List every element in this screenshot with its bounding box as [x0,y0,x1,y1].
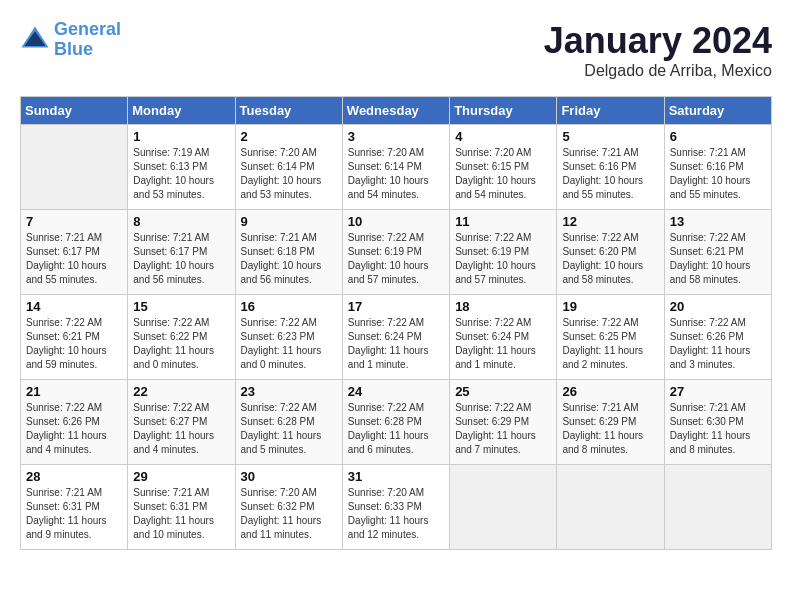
day-number: 5 [562,129,658,144]
logo-line1: General [54,19,121,39]
calendar-cell: 16Sunrise: 7:22 AM Sunset: 6:23 PM Dayli… [235,295,342,380]
calendar-cell: 15Sunrise: 7:22 AM Sunset: 6:22 PM Dayli… [128,295,235,380]
calendar-cell: 4Sunrise: 7:20 AM Sunset: 6:15 PM Daylig… [450,125,557,210]
logo-text: General Blue [54,20,121,60]
day-info: Sunrise: 7:20 AM Sunset: 6:15 PM Dayligh… [455,146,551,202]
calendar-cell: 13Sunrise: 7:22 AM Sunset: 6:21 PM Dayli… [664,210,771,295]
week-row-4: 21Sunrise: 7:22 AM Sunset: 6:26 PM Dayli… [21,380,772,465]
day-number: 4 [455,129,551,144]
title-section: January 2024 Delgado de Arriba, Mexico [544,20,772,80]
calendar-cell: 7Sunrise: 7:21 AM Sunset: 6:17 PM Daylig… [21,210,128,295]
calendar-cell: 2Sunrise: 7:20 AM Sunset: 6:14 PM Daylig… [235,125,342,210]
calendar-header-friday: Friday [557,97,664,125]
calendar-header-tuesday: Tuesday [235,97,342,125]
week-row-1: 1Sunrise: 7:19 AM Sunset: 6:13 PM Daylig… [21,125,772,210]
day-number: 2 [241,129,337,144]
calendar-header-thursday: Thursday [450,97,557,125]
day-info: Sunrise: 7:21 AM Sunset: 6:17 PM Dayligh… [26,231,122,287]
calendar-cell: 3Sunrise: 7:20 AM Sunset: 6:14 PM Daylig… [342,125,449,210]
calendar-cell [664,465,771,550]
day-info: Sunrise: 7:20 AM Sunset: 6:33 PM Dayligh… [348,486,444,542]
calendar-cell: 8Sunrise: 7:21 AM Sunset: 6:17 PM Daylig… [128,210,235,295]
calendar-cell: 10Sunrise: 7:22 AM Sunset: 6:19 PM Dayli… [342,210,449,295]
calendar-cell: 11Sunrise: 7:22 AM Sunset: 6:19 PM Dayli… [450,210,557,295]
day-number: 18 [455,299,551,314]
calendar-cell [21,125,128,210]
month-title: January 2024 [544,20,772,62]
day-number: 28 [26,469,122,484]
calendar-header-sunday: Sunday [21,97,128,125]
location: Delgado de Arriba, Mexico [544,62,772,80]
day-number: 30 [241,469,337,484]
day-number: 7 [26,214,122,229]
day-number: 14 [26,299,122,314]
calendar-cell: 26Sunrise: 7:21 AM Sunset: 6:29 PM Dayli… [557,380,664,465]
day-number: 22 [133,384,229,399]
calendar-cell: 28Sunrise: 7:21 AM Sunset: 6:31 PM Dayli… [21,465,128,550]
day-info: Sunrise: 7:21 AM Sunset: 6:17 PM Dayligh… [133,231,229,287]
day-number: 13 [670,214,766,229]
calendar-cell: 22Sunrise: 7:22 AM Sunset: 6:27 PM Dayli… [128,380,235,465]
day-info: Sunrise: 7:22 AM Sunset: 6:24 PM Dayligh… [455,316,551,372]
day-info: Sunrise: 7:22 AM Sunset: 6:27 PM Dayligh… [133,401,229,457]
day-info: Sunrise: 7:20 AM Sunset: 6:14 PM Dayligh… [241,146,337,202]
week-row-3: 14Sunrise: 7:22 AM Sunset: 6:21 PM Dayli… [21,295,772,380]
calendar-header-wednesday: Wednesday [342,97,449,125]
day-number: 15 [133,299,229,314]
calendar-header-row: SundayMondayTuesdayWednesdayThursdayFrid… [21,97,772,125]
day-number: 8 [133,214,229,229]
day-info: Sunrise: 7:21 AM Sunset: 6:31 PM Dayligh… [133,486,229,542]
calendar-cell: 31Sunrise: 7:20 AM Sunset: 6:33 PM Dayli… [342,465,449,550]
day-info: Sunrise: 7:22 AM Sunset: 6:25 PM Dayligh… [562,316,658,372]
day-info: Sunrise: 7:20 AM Sunset: 6:32 PM Dayligh… [241,486,337,542]
day-info: Sunrise: 7:22 AM Sunset: 6:24 PM Dayligh… [348,316,444,372]
calendar-cell: 17Sunrise: 7:22 AM Sunset: 6:24 PM Dayli… [342,295,449,380]
day-number: 21 [26,384,122,399]
calendar-table: SundayMondayTuesdayWednesdayThursdayFrid… [20,96,772,550]
day-number: 17 [348,299,444,314]
day-number: 20 [670,299,766,314]
day-number: 3 [348,129,444,144]
logo-icon [20,25,50,55]
day-number: 26 [562,384,658,399]
calendar-cell: 9Sunrise: 7:21 AM Sunset: 6:18 PM Daylig… [235,210,342,295]
calendar-cell: 12Sunrise: 7:22 AM Sunset: 6:20 PM Dayli… [557,210,664,295]
page-header: General Blue January 2024 Delgado de Arr… [20,20,772,80]
day-number: 10 [348,214,444,229]
day-info: Sunrise: 7:21 AM Sunset: 6:29 PM Dayligh… [562,401,658,457]
day-info: Sunrise: 7:21 AM Sunset: 6:31 PM Dayligh… [26,486,122,542]
day-info: Sunrise: 7:20 AM Sunset: 6:14 PM Dayligh… [348,146,444,202]
calendar-cell: 1Sunrise: 7:19 AM Sunset: 6:13 PM Daylig… [128,125,235,210]
calendar-cell: 27Sunrise: 7:21 AM Sunset: 6:30 PM Dayli… [664,380,771,465]
calendar-cell: 30Sunrise: 7:20 AM Sunset: 6:32 PM Dayli… [235,465,342,550]
calendar-cell: 6Sunrise: 7:21 AM Sunset: 6:16 PM Daylig… [664,125,771,210]
calendar-cell: 29Sunrise: 7:21 AM Sunset: 6:31 PM Dayli… [128,465,235,550]
day-info: Sunrise: 7:22 AM Sunset: 6:19 PM Dayligh… [455,231,551,287]
day-info: Sunrise: 7:21 AM Sunset: 6:30 PM Dayligh… [670,401,766,457]
week-row-5: 28Sunrise: 7:21 AM Sunset: 6:31 PM Dayli… [21,465,772,550]
day-info: Sunrise: 7:22 AM Sunset: 6:28 PM Dayligh… [348,401,444,457]
day-info: Sunrise: 7:22 AM Sunset: 6:22 PM Dayligh… [133,316,229,372]
day-info: Sunrise: 7:19 AM Sunset: 6:13 PM Dayligh… [133,146,229,202]
calendar-cell: 21Sunrise: 7:22 AM Sunset: 6:26 PM Dayli… [21,380,128,465]
day-number: 27 [670,384,766,399]
day-number: 31 [348,469,444,484]
calendar-cell: 24Sunrise: 7:22 AM Sunset: 6:28 PM Dayli… [342,380,449,465]
calendar-cell: 25Sunrise: 7:22 AM Sunset: 6:29 PM Dayli… [450,380,557,465]
day-number: 23 [241,384,337,399]
calendar-cell: 14Sunrise: 7:22 AM Sunset: 6:21 PM Dayli… [21,295,128,380]
day-number: 25 [455,384,551,399]
day-info: Sunrise: 7:22 AM Sunset: 6:28 PM Dayligh… [241,401,337,457]
day-info: Sunrise: 7:22 AM Sunset: 6:26 PM Dayligh… [26,401,122,457]
day-number: 1 [133,129,229,144]
calendar-cell: 19Sunrise: 7:22 AM Sunset: 6:25 PM Dayli… [557,295,664,380]
logo-line2: Blue [54,39,93,59]
day-number: 12 [562,214,658,229]
day-info: Sunrise: 7:22 AM Sunset: 6:26 PM Dayligh… [670,316,766,372]
day-number: 9 [241,214,337,229]
day-info: Sunrise: 7:22 AM Sunset: 6:29 PM Dayligh… [455,401,551,457]
day-info: Sunrise: 7:22 AM Sunset: 6:21 PM Dayligh… [26,316,122,372]
day-number: 19 [562,299,658,314]
day-number: 29 [133,469,229,484]
day-info: Sunrise: 7:22 AM Sunset: 6:21 PM Dayligh… [670,231,766,287]
